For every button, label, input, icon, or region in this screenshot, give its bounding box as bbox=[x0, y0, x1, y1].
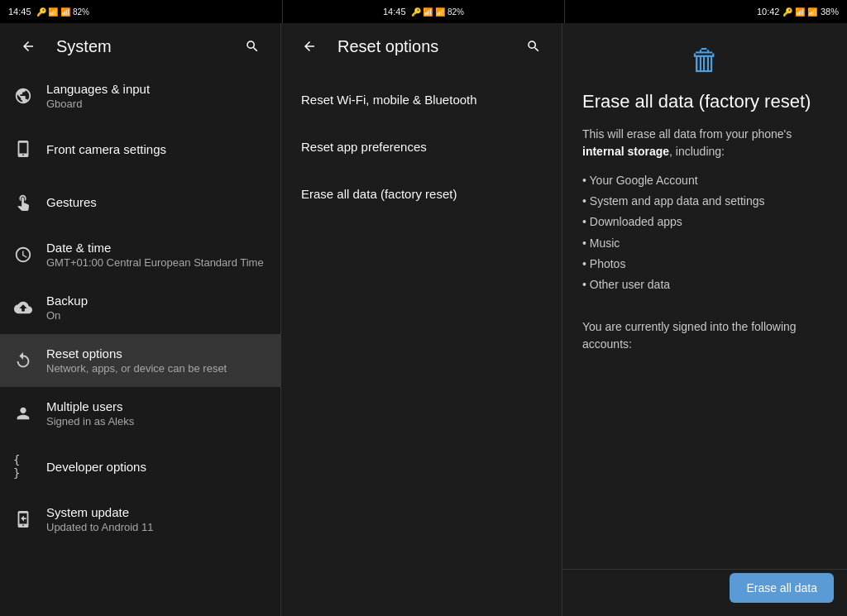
erase-list-item-5: • Photos bbox=[582, 254, 827, 275]
panel-reset-options: Reset options Reset Wi-Fi, mobile & Blue… bbox=[281, 23, 562, 616]
system-header: System bbox=[0, 23, 280, 69]
sidebar-item-developer-options[interactable]: { } Developer options bbox=[0, 440, 280, 493]
erase-all-data-item[interactable]: Erase all data (factory reset) bbox=[281, 170, 562, 217]
reset-options-header: Reset options bbox=[281, 23, 562, 69]
erase-all-data-button[interactable]: Erase all data bbox=[730, 573, 834, 603]
sidebar-item-languages[interactable]: Languages & input Gboard bbox=[0, 69, 280, 122]
system-update-label: System update bbox=[46, 505, 267, 519]
gestures-label: Gestures bbox=[46, 195, 267, 209]
camera-icon bbox=[13, 139, 33, 159]
users-icon bbox=[13, 404, 33, 423]
erase-description: This will erase all data from your phone… bbox=[582, 126, 827, 160]
erase-desc-end: , including: bbox=[669, 145, 725, 158]
reset-options-text: Reset options Network, apps, or device c… bbox=[46, 346, 267, 375]
signed-in-text: You are currently signed into the follow… bbox=[582, 318, 827, 353]
erase-list-item-4: • Music bbox=[582, 233, 827, 254]
sidebar-item-system-update[interactable]: System update Updated to Android 11 bbox=[0, 493, 280, 546]
languages-text: Languages & input Gboard bbox=[46, 82, 267, 110]
bottom-divider bbox=[562, 569, 847, 570]
search-button[interactable] bbox=[237, 31, 267, 61]
front-camera-text: Front camera settings bbox=[46, 142, 267, 156]
sidebar-item-gestures[interactable]: Gestures bbox=[0, 175, 280, 228]
status-icons-right: 🔑 📶 📶 bbox=[782, 7, 817, 17]
status-bar: 14:45 🔑 📶 📶 82% 14:45 🔑 📶 📶 82% 10:42 🔑 … bbox=[0, 0, 847, 23]
gestures-text: Gestures bbox=[46, 195, 267, 209]
reset-options-label: Reset options bbox=[46, 346, 267, 361]
sidebar-item-multiple-users[interactable]: Multiple users Signed in as Aleks bbox=[0, 387, 280, 440]
settings-list: Languages & input Gboard Front camera se… bbox=[0, 69, 280, 616]
erase-list-item-2: • System and app data and settings bbox=[582, 191, 827, 212]
erase-desc-start: This will erase all data from your phone… bbox=[582, 127, 792, 141]
date-time-label: Date & time bbox=[46, 241, 267, 255]
reset-list: Reset Wi-Fi, mobile & Bluetooth Reset ap… bbox=[281, 69, 562, 224]
clock-icon bbox=[13, 245, 33, 265]
reset-back-button[interactable] bbox=[294, 31, 324, 61]
trash-icon: 🗑 bbox=[690, 43, 720, 78]
developer-options-label: Developer options bbox=[46, 460, 267, 474]
erase-data-list: • Your Google Account • System and app d… bbox=[582, 170, 827, 295]
sidebar-item-front-camera[interactable]: Front camera settings bbox=[0, 122, 280, 175]
sidebar-item-reset-options[interactable]: Reset options Network, apps, or device c… bbox=[0, 334, 280, 387]
multiple-users-sublabel: Signed in as Aleks bbox=[46, 415, 267, 427]
multiple-users-label: Multiple users bbox=[46, 399, 267, 413]
system-update-text: System update Updated to Android 11 bbox=[46, 505, 267, 533]
sidebar-item-backup[interactable]: Backup On bbox=[0, 281, 280, 334]
time-center: 14:45 bbox=[383, 7, 406, 17]
system-update-sublabel: Updated to Android 11 bbox=[46, 521, 267, 533]
system-title: System bbox=[56, 37, 224, 56]
gesture-icon bbox=[13, 192, 33, 212]
sidebar-item-date-time[interactable]: Date & time GMT+01:00 Central European S… bbox=[0, 228, 280, 281]
reset-icon bbox=[13, 351, 33, 370]
erase-button-container: Erase all data bbox=[730, 573, 834, 603]
backup-text: Backup On bbox=[46, 294, 267, 322]
erase-list-item-3: • Downloaded apps bbox=[582, 212, 827, 232]
status-icons-center: 🔑 📶 📶 82% bbox=[411, 7, 464, 17]
date-time-text: Date & time GMT+01:00 Central European S… bbox=[46, 241, 267, 269]
erase-desc-bold: internal storage bbox=[582, 145, 669, 158]
reset-options-title: Reset options bbox=[337, 37, 505, 56]
reset-wifi-item[interactable]: Reset Wi-Fi, mobile & Bluetooth bbox=[281, 76, 562, 123]
backup-label: Backup bbox=[46, 294, 267, 308]
time-left: 14:45 bbox=[8, 7, 31, 17]
status-right: 10:42 🔑 📶 📶 38% bbox=[565, 0, 847, 23]
erase-list-item-1: • Your Google Account bbox=[582, 170, 827, 191]
panel-system-settings: System Languages & input Gboard bbox=[0, 23, 281, 616]
battery-right: 38% bbox=[821, 7, 839, 17]
front-camera-label: Front camera settings bbox=[46, 142, 267, 156]
back-button[interactable] bbox=[13, 31, 43, 61]
date-time-sublabel: GMT+01:00 Central European Standard Time bbox=[46, 256, 267, 269]
system-update-icon bbox=[13, 509, 33, 529]
developer-icon: { } bbox=[13, 456, 33, 476]
developer-options-text: Developer options bbox=[46, 460, 267, 474]
backup-icon bbox=[13, 298, 33, 318]
status-icons-left: 🔑 📶 📶 82% bbox=[36, 7, 89, 17]
status-left: 14:45 🔑 📶 📶 82% bbox=[0, 0, 282, 23]
erase-title: Erase all data (factory reset) bbox=[582, 91, 827, 112]
main-content: System Languages & input Gboard bbox=[0, 23, 847, 616]
languages-sublabel: Gboard bbox=[46, 98, 267, 110]
languages-label: Languages & input bbox=[46, 82, 267, 96]
panel-erase-detail: 🗑 Erase all data (factory reset) This wi… bbox=[562, 23, 847, 616]
backup-sublabel: On bbox=[46, 309, 267, 322]
status-center: 14:45 🔑 📶 📶 82% bbox=[283, 0, 565, 23]
globe-icon bbox=[13, 86, 33, 106]
erase-list-item-6: • Other user data bbox=[582, 275, 827, 295]
reset-app-prefs-item[interactable]: Reset app preferences bbox=[281, 123, 562, 170]
reset-options-sublabel: Network, apps, or device can be reset bbox=[46, 362, 267, 375]
multiple-users-text: Multiple users Signed in as Aleks bbox=[46, 399, 267, 427]
time-right: 10:42 bbox=[757, 7, 780, 17]
reset-search-button[interactable] bbox=[519, 31, 548, 61]
